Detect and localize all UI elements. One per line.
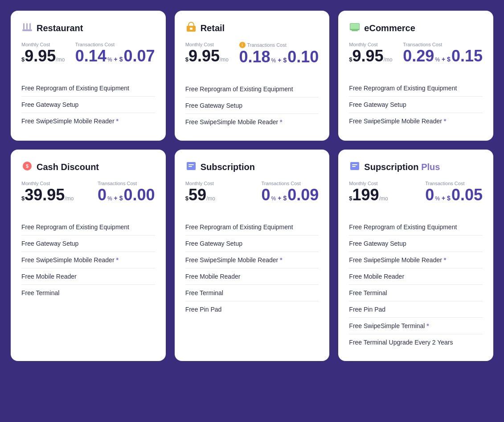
card-restaurant: Restaurant Monthly Cost $ 9.95 /mo Trans…: [11, 11, 166, 141]
monthly-sub: /mo: [56, 57, 65, 63]
trans-price: 0 % + $ 0.09: [262, 187, 319, 203]
card-cash-discount: $ Cash Discount Monthly Cost $ 39.95 /mo…: [11, 150, 166, 361]
feature-item: Free SwipeSimple Mobile Reader *: [185, 252, 319, 268]
svg-rect-7: [352, 30, 358, 31]
trans-plus: +: [278, 195, 281, 202]
feature-item: Free Reprogram of Existing Equipment: [185, 219, 319, 235]
card-title: Restaurant: [37, 23, 83, 33]
svg-rect-0: [22, 29, 32, 31]
feature-item: Free Mobile Reader: [185, 268, 319, 284]
monthly-sub: /mo: [384, 57, 393, 63]
monthly-dollar: $: [21, 195, 25, 202]
asterisk: *: [444, 256, 446, 264]
card-header: $ Cash Discount: [21, 160, 155, 174]
features-list: Free Reprogram of Existing EquipmentFree…: [21, 219, 155, 301]
monthly-main: 9.95: [25, 48, 56, 64]
monthly-block: Monthly Cost $ 9.95 /mo: [349, 42, 392, 64]
asterisk: *: [426, 322, 429, 329]
trans-dollar: $: [119, 56, 123, 63]
trans-cents: 0.10: [287, 49, 319, 65]
feature-item: Free Terminal: [349, 284, 483, 301]
trans-pct: %: [271, 195, 276, 202]
trans-plus: +: [114, 195, 118, 202]
feature-item: Free Terminal Upgrade Every 2 Years: [349, 334, 483, 350]
trans-dollar: $: [283, 195, 287, 202]
asterisk: *: [444, 118, 446, 125]
svg-text:$: $: [26, 163, 29, 169]
monthly-sub: /mo: [220, 57, 229, 63]
trans-pct: %: [107, 57, 112, 63]
pricing-row: Monthly Cost $ 199 /mo Transactions Cost…: [349, 181, 483, 210]
trans-pct: %: [435, 195, 440, 202]
card-subscription-plus: Supscription Plus Monthly Cost $ 199 /mo…: [338, 150, 493, 361]
feature-item: Free SwipeSimple Mobile Reader *: [185, 114, 319, 130]
pricing-row: Monthly Cost $ 9.95 /mo Transactions Cos…: [21, 42, 155, 71]
trans-label: i Transactions Cost: [239, 42, 319, 48]
monthly-dollar: $: [185, 195, 188, 202]
card-title: Supscription Plus: [364, 162, 440, 172]
trans-pct: %: [435, 57, 440, 63]
monthly-sub: /mo: [65, 195, 74, 202]
feature-item: Free SwipeSimple Mobile Reader *: [21, 113, 155, 129]
card-subscription: Subscription Monthly Cost $ 59 /mo Trans…: [175, 150, 330, 361]
card-title-plus: Plus: [421, 162, 440, 172]
trans-main: 0: [262, 187, 270, 203]
svg-rect-8: [350, 24, 359, 29]
pricing-row: Monthly Cost $ 59 /mo Transactions Cost …: [185, 181, 319, 210]
trans-plus: +: [114, 56, 118, 63]
monthly-price: $ 9.95 /mo: [185, 48, 229, 64]
features-list: Free Reprogram of Existing EquipmentFree…: [21, 80, 155, 129]
card-title: eCommerce: [364, 23, 415, 33]
trans-price: 0 % + $ 0.05: [425, 187, 483, 203]
feature-item: Free Reprogram of Existing Equipment: [349, 219, 483, 235]
monthly-block: Monthly Cost $ 39.95 /mo: [21, 181, 74, 203]
monthly-main: 9.95: [188, 48, 220, 64]
feature-item: Free Reprogram of Existing Equipment: [21, 219, 155, 235]
trans-dollar: $: [119, 195, 123, 202]
card-retail: Retail Monthly Cost $ 9.95 /mo i Transac…: [175, 11, 330, 141]
feature-item: Free Gateway Setup: [185, 235, 319, 252]
pricing-row: Monthly Cost $ 39.95 /mo Transactions Co…: [21, 181, 155, 210]
card-header: eCommerce: [349, 21, 483, 35]
trans-main: 0: [425, 187, 434, 203]
monthly-block: Monthly Cost $ 59 /mo: [185, 181, 215, 203]
trans-dollar: $: [283, 57, 287, 64]
trans-main: 0.18: [239, 49, 270, 65]
trans-cents: 0.05: [451, 187, 483, 203]
trans-cents: 0.15: [451, 48, 483, 64]
svg-rect-15: [352, 164, 357, 165]
features-list: Free Reprogram of Existing EquipmentFree…: [349, 80, 483, 129]
trans-cents: 0.00: [124, 187, 155, 203]
asterisk: *: [280, 256, 282, 264]
feature-item: Free Gateway Setup: [349, 235, 483, 252]
monthly-sub: /mo: [379, 195, 388, 202]
feature-item: Free Gateway Setup: [21, 235, 155, 252]
card-header: Restaurant: [21, 21, 155, 35]
card-icon: [349, 160, 361, 174]
feature-item: Free SwipeSimple Mobile Reader *: [349, 113, 483, 129]
pricing-row: Monthly Cost $ 9.95 /mo Transactions Cos…: [349, 42, 483, 71]
monthly-dollar: $: [21, 56, 25, 63]
monthly-price: $ 199 /mo: [349, 187, 388, 203]
trans-plus: +: [442, 56, 445, 63]
monthly-main: 39.95: [25, 187, 65, 203]
trans-price: 0.18 % + $ 0.10: [239, 49, 319, 65]
trans-block: Transactions Cost 0 % + $ 0.09: [262, 181, 319, 203]
feature-item: Free Gateway Setup: [21, 96, 155, 113]
monthly-dollar: $: [185, 56, 188, 63]
svg-rect-2: [26, 23, 28, 29]
trans-main: 0.14: [75, 48, 107, 64]
monthly-main: 9.95: [352, 48, 384, 64]
trans-cents: 0.07: [124, 48, 155, 64]
card-icon: [21, 21, 33, 35]
feature-item: Free Reprogram of Existing Equipment: [185, 81, 319, 97]
info-icon: i: [239, 42, 246, 48]
trans-block: Transactions Cost 0.29 % + $ 0.15: [403, 42, 483, 64]
card-icon: [185, 21, 197, 35]
card-ecommerce: eCommerce Monthly Cost $ 9.95 /mo Transa…: [338, 11, 493, 141]
svg-rect-13: [188, 166, 192, 167]
monthly-block: Monthly Cost $ 9.95 /mo: [21, 42, 65, 64]
features-list: Free Reprogram of Existing EquipmentFree…: [185, 219, 319, 317]
svg-rect-3: [29, 23, 31, 29]
monthly-dollar: $: [349, 195, 352, 202]
